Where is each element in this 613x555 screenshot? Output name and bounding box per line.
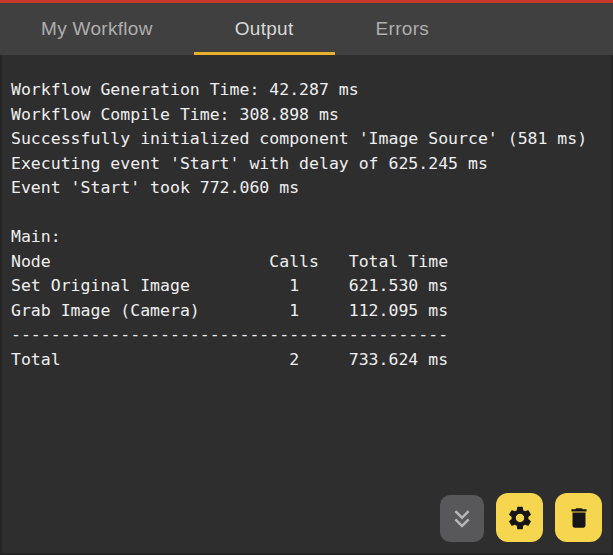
scroll-to-bottom-button[interactable] [440, 495, 484, 542]
tab-errors[interactable]: Errors [335, 3, 471, 55]
output-panel-window: My Workflow Output Errors Workflow Gener… [0, 0, 613, 555]
trash-icon [566, 505, 592, 531]
console-log-text: Workflow Generation Time: 42.287 ms Work… [2, 55, 611, 372]
tab-my-workflow[interactable]: My Workflow [0, 3, 194, 55]
console-output-area: Workflow Generation Time: 42.287 ms Work… [0, 55, 613, 555]
delete-button[interactable] [555, 493, 602, 542]
tab-output[interactable]: Output [194, 3, 335, 55]
action-button-row [440, 493, 602, 542]
double-chevron-down-icon [447, 504, 477, 534]
tab-bar: My Workflow Output Errors [0, 0, 613, 55]
settings-button[interactable] [496, 493, 543, 542]
gear-icon [506, 504, 534, 532]
